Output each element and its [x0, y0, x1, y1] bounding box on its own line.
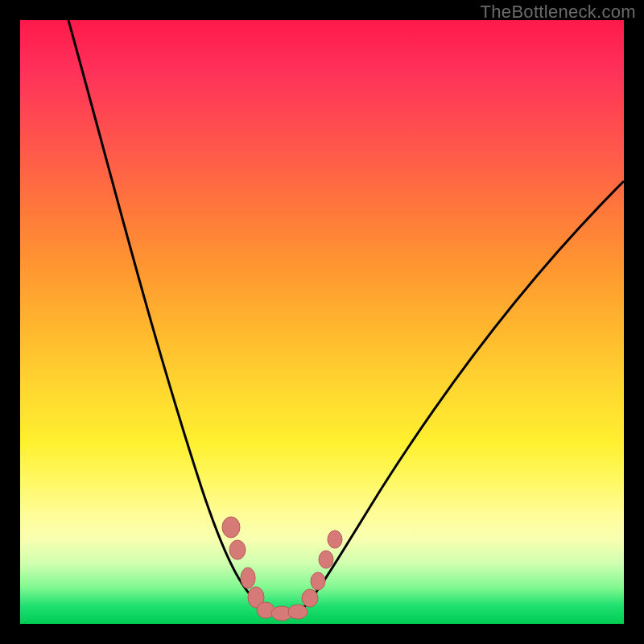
bead — [241, 568, 255, 588]
bead — [328, 530, 342, 548]
watermark-text: TheBottleneck.com — [481, 2, 636, 23]
curve-layer — [20, 20, 624, 624]
chart-frame: TheBottleneck.com — [0, 0, 644, 644]
bead — [229, 540, 246, 559]
bead-group — [222, 517, 342, 621]
right-curve — [302, 181, 624, 609]
bead — [311, 572, 325, 590]
bead — [319, 551, 333, 568]
bead — [288, 605, 308, 619]
bead — [222, 517, 240, 538]
plot-area — [20, 20, 624, 624]
bead — [302, 589, 318, 607]
